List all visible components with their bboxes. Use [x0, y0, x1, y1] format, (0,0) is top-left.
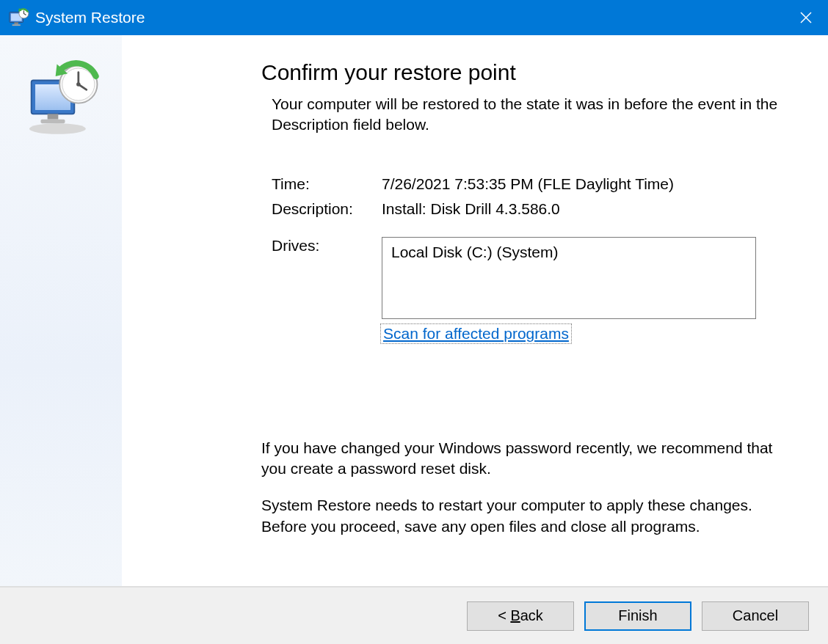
- restart-note: System Restore needs to restart your com…: [261, 495, 784, 537]
- page-heading: Confirm your restore point: [261, 60, 784, 85]
- wizard-sidebar: [0, 35, 122, 586]
- title-bar: System Restore: [0, 0, 828, 35]
- back-button[interactable]: < Back: [467, 601, 574, 631]
- svg-point-13: [76, 82, 81, 87]
- system-restore-large-icon: [21, 60, 101, 141]
- wizard-content: Confirm your restore point Your computer…: [122, 35, 828, 586]
- drives-label: Drives:: [272, 237, 382, 255]
- time-label: Time:: [272, 175, 382, 193]
- svg-rect-3: [12, 24, 21, 26]
- description-label: Description:: [272, 200, 382, 218]
- window-title: System Restore: [35, 9, 784, 26]
- page-subtitle: Your computer will be restored to the st…: [272, 94, 778, 136]
- finish-button[interactable]: Finish: [584, 601, 691, 631]
- cancel-button[interactable]: Cancel: [702, 601, 809, 631]
- wizard-footer: < Back Finish Cancel: [0, 587, 828, 644]
- close-button[interactable]: [784, 0, 828, 35]
- close-icon: [799, 11, 813, 24]
- description-value: Install: Disk Drill 4.3.586.0: [382, 200, 784, 218]
- scan-affected-programs-link[interactable]: Scan for affected programs: [382, 325, 570, 343]
- wizard-body: Confirm your restore point Your computer…: [0, 35, 828, 587]
- drives-listbox[interactable]: Local Disk (C:) (System): [382, 237, 756, 319]
- system-restore-icon: [7, 8, 29, 27]
- time-value: 7/26/2021 7:53:35 PM (FLE Daylight Time): [382, 175, 784, 193]
- svg-point-5: [29, 123, 86, 134]
- password-note: If you have changed your Windows passwor…: [261, 438, 784, 480]
- drives-list-item: Local Disk (C:) (System): [391, 244, 559, 260]
- svg-rect-10: [41, 120, 65, 124]
- svg-rect-2: [14, 23, 18, 25]
- svg-rect-9: [48, 114, 59, 119]
